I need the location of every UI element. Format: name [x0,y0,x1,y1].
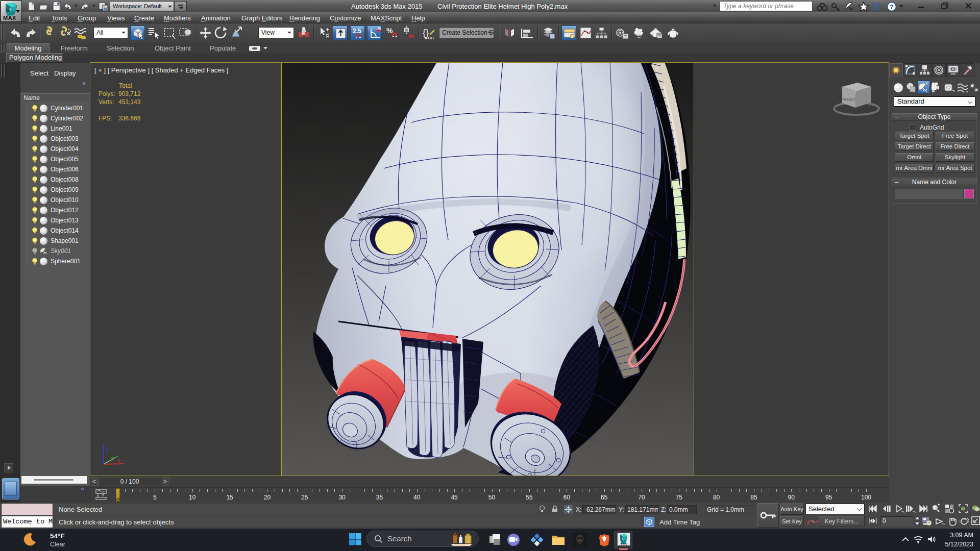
svg-text:3 6 6: 3 6 6 [620,543,627,546]
svg-text:2.5: 2.5 [353,28,361,35]
svg-text:%: % [386,27,393,35]
svg-text:x: x [117,457,120,463]
svg-text:z: z [106,446,109,452]
svg-text:?: ? [890,3,894,11]
svg-text:y: y [110,455,113,461]
svg-text:FRONT: FRONT [841,97,855,102]
